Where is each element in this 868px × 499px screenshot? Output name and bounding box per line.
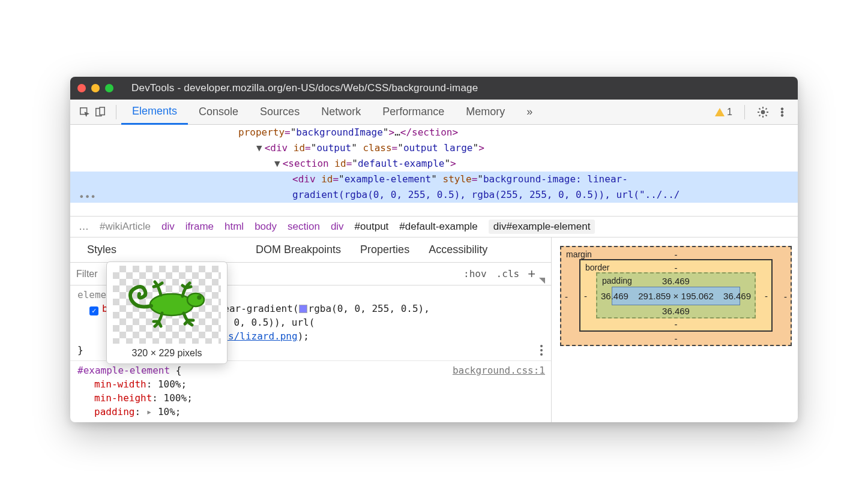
border-bottom[interactable]: -	[675, 319, 678, 329]
margin-label: margin	[566, 250, 592, 259]
breadcrumb-item[interactable]: iframe	[185, 221, 214, 233]
svg-line-8	[759, 108, 761, 109]
styles-panel: Styles DOM Breakpoints Properties Access…	[70, 238, 798, 422]
tabs-overflow[interactable]: »	[516, 100, 543, 125]
rule-more-menu[interactable]	[540, 345, 543, 356]
svg-point-15	[150, 294, 193, 315]
tab-performance[interactable]: Performance	[372, 100, 455, 125]
warning-count: 1	[727, 107, 732, 118]
subtab-properties[interactable]: Properties	[351, 244, 419, 256]
content-size[interactable]: 291.859 × 195.062	[612, 287, 740, 305]
margin-bottom[interactable]: -	[675, 333, 678, 344]
window-title: DevTools - developer.mozilla.org/en-US/d…	[131, 82, 478, 94]
breadcrumb-item[interactable]: section	[288, 221, 320, 233]
titlebar: DevTools - developer.mozilla.org/en-US/d…	[70, 77, 798, 100]
svg-point-16	[187, 293, 204, 306]
svg-point-3	[761, 110, 765, 114]
styles-rules: 320 × 229 pixels element.style { backgro…	[70, 285, 551, 422]
add-rule-button[interactable]: +	[524, 266, 539, 282]
breadcrumb-item[interactable]: #wikiArticle	[100, 221, 151, 233]
breadcrumb-item-selected[interactable]: div#example-element	[489, 220, 595, 234]
styles-subtabs: Styles DOM Breakpoints Properties Access…	[70, 238, 551, 263]
preview-thumbnail	[113, 266, 221, 344]
breadcrumb: … #wikiArticle div iframe html body sect…	[70, 216, 798, 238]
panel-tabs: Elements Console Sources Network Perform…	[121, 100, 709, 125]
dom-line[interactable]: ▼<section id="default-example">	[70, 156, 798, 172]
more-menu-icon[interactable]	[776, 106, 788, 118]
svg-line-9	[766, 115, 767, 116]
minimize-window-button[interactable]	[91, 84, 100, 92]
css-rule-example-element[interactable]: background.css:1 #example-element { min-…	[70, 361, 551, 422]
color-swatch[interactable]	[299, 305, 307, 313]
dom-ellipsis[interactable]: •••	[70, 191, 798, 204]
border-right[interactable]: -	[765, 290, 768, 300]
css-property-name[interactable]: min-width	[94, 378, 146, 390]
rule-selector: #example-element	[77, 365, 170, 376]
margin-left[interactable]: -	[565, 291, 568, 301]
property-checkbox[interactable]	[89, 306, 98, 315]
svg-point-17	[198, 296, 201, 299]
tab-network[interactable]: Network	[310, 100, 372, 125]
rule-source-link[interactable]: background.css:1	[453, 363, 545, 377]
breadcrumb-item[interactable]: #output	[355, 221, 389, 233]
padding-right[interactable]: 36.469	[723, 290, 751, 300]
border-label: border	[585, 263, 609, 272]
breadcrumb-overflow[interactable]: …	[79, 221, 89, 233]
window-controls	[77, 84, 113, 92]
padding-left[interactable]: 36.469	[601, 290, 628, 300]
hov-toggle[interactable]: :hov	[459, 268, 492, 279]
subtab-dom-breakpoints[interactable]: DOM Breakpoints	[246, 244, 351, 256]
tab-console[interactable]: Console	[188, 100, 249, 125]
breadcrumb-item[interactable]: div	[161, 221, 175, 233]
close-window-button[interactable]	[77, 84, 86, 92]
margin-top[interactable]: -	[675, 250, 678, 260]
tab-sources[interactable]: Sources	[249, 100, 310, 125]
cls-toggle[interactable]: .cls	[492, 268, 525, 279]
settings-icon[interactable]	[757, 106, 769, 118]
dom-line-selected[interactable]: <div id="example-element" style="backgro…	[70, 172, 798, 187]
dom-tree[interactable]: property="backgroundImage">…</section> ▼…	[70, 125, 798, 216]
css-property-name[interactable]: padding	[94, 406, 134, 417]
device-toolbar-icon[interactable]	[94, 106, 106, 118]
padding-top[interactable]: 36.469	[662, 276, 690, 286]
breadcrumb-item[interactable]: body	[255, 221, 277, 233]
svg-point-13	[781, 111, 783, 113]
tab-elements[interactable]: Elements	[121, 100, 188, 125]
breadcrumb-item[interactable]: div	[331, 221, 344, 233]
svg-point-14	[781, 114, 783, 116]
border-left[interactable]: -	[584, 290, 587, 300]
inspect-element-icon[interactable]	[79, 106, 91, 118]
margin-right[interactable]: -	[784, 291, 787, 301]
dom-line[interactable]: ▼<div id="output" class="output large">	[70, 140, 798, 156]
svg-line-10	[759, 115, 761, 116]
tab-memory[interactable]: Memory	[455, 100, 516, 125]
padding-label: padding	[602, 276, 632, 285]
padding-bottom[interactable]: 36.469	[662, 306, 690, 316]
subtab-accessibility[interactable]: Accessibility	[419, 244, 497, 256]
warning-icon	[715, 108, 725, 116]
resize-corner-icon[interactable]	[539, 278, 545, 284]
svg-line-11	[766, 108, 767, 109]
zoom-window-button[interactable]	[105, 84, 113, 92]
image-preview-tooltip: 320 × 229 pixels	[106, 261, 228, 364]
breadcrumb-item[interactable]: html	[225, 221, 244, 233]
preview-caption: 320 × 229 pixels	[113, 344, 221, 360]
svg-point-12	[781, 107, 783, 110]
devtools-window: DevTools - developer.mozilla.org/en-US/d…	[70, 77, 798, 422]
warnings-badge[interactable]: 1	[715, 107, 732, 118]
subtab-styles[interactable]: Styles	[77, 244, 126, 256]
lizard-icon	[125, 275, 209, 335]
main-toolbar: Elements Console Sources Network Perform…	[70, 100, 798, 125]
box-model-panel: margin - - - border - - - padding 36.469	[552, 238, 798, 422]
dom-line[interactable]: property="backgroundImage">…</section>	[70, 125, 798, 140]
css-property-name[interactable]: min-height	[94, 392, 152, 404]
svg-rect-2	[100, 107, 104, 115]
breadcrumb-item[interactable]: #default-example	[399, 221, 477, 233]
border-top[interactable]: -	[675, 263, 678, 273]
box-model[interactable]: margin - - - border - - - padding 36.469	[560, 246, 792, 346]
